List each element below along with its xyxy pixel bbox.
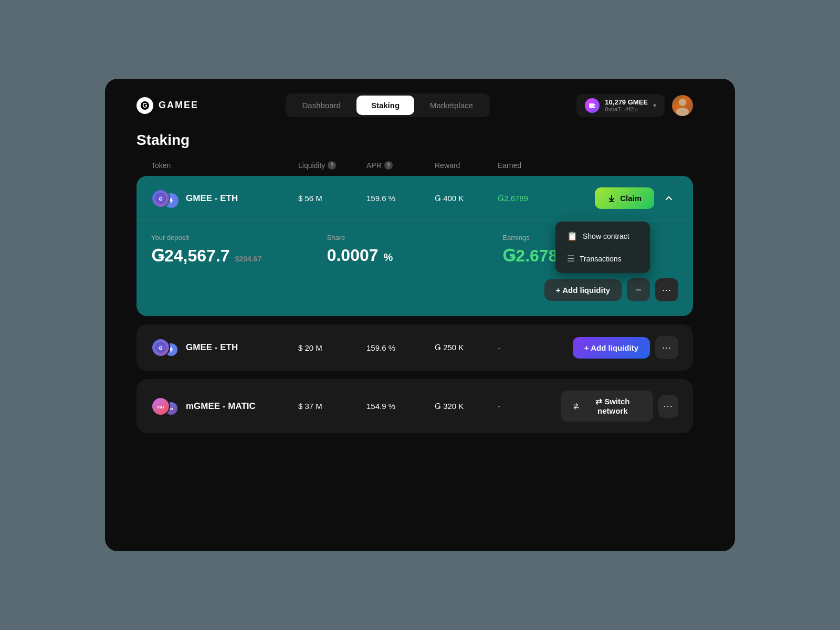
deposit-main: Ǥ24,567.7 $204.67	[151, 246, 327, 266]
row-main-gmee-eth-2: G GMEE - ETH $ 20 M	[136, 324, 693, 371]
token-name-gmee-eth-1: GMEE - ETH	[186, 193, 238, 204]
more-icon-3: ···	[664, 401, 673, 412]
header-right: 10,279 GMEE 0xbaT...4f2ju ▾	[576, 94, 693, 117]
apr-value-2: 159.6 %	[366, 343, 435, 352]
svg-text:mG: mG	[157, 405, 164, 410]
dropdown-transactions[interactable]: ☰ Transactions	[559, 247, 647, 270]
switch-network-button[interactable]: ⇄ Switch network	[561, 391, 653, 422]
main-content: Staking Token Liquidity ? APR ? Reward E…	[105, 132, 735, 433]
add-liquidity-label-1: + Add liquidity	[556, 286, 610, 295]
more-button-1[interactable]: ···	[655, 278, 678, 301]
staking-row-gmee-eth-1: G GMEE - ETH $ 56 M	[136, 176, 693, 316]
wallet-balance: 10,279 GMEE	[605, 98, 648, 106]
svg-rect-3	[589, 103, 594, 104]
minus-button-1[interactable]: −	[627, 278, 650, 301]
svg-text:G: G	[159, 196, 162, 202]
contract-icon: 📋	[567, 231, 578, 241]
reward-value-1: Ǥ 400 K	[435, 194, 498, 203]
dropdown-menu: 📋 Show contract ☰ Transactions	[555, 222, 650, 273]
collapse-button-1[interactable]	[659, 189, 678, 208]
tab-staking[interactable]: Staking	[356, 96, 414, 115]
avatar-image	[672, 95, 693, 116]
more-icon-2: ···	[662, 342, 671, 353]
svg-point-4	[594, 105, 595, 107]
cell-actions-2: + Add liquidity ···	[561, 336, 678, 359]
earned-value-1: Ǥ2.6789	[498, 194, 561, 203]
wallet-details: 10,279 GMEE 0xbaT...4f2ju	[605, 98, 648, 112]
liquidity-value-3: $ 37 M	[298, 402, 366, 411]
more-button-3[interactable]: ···	[658, 395, 678, 418]
staking-row-gmee-eth-2: G GMEE - ETH $ 20 M	[136, 324, 693, 371]
row-main-mgmee-matic: mG ∞ mGMEE - MATIC $ 37 M	[136, 379, 693, 433]
expanded-actions: + Add liquidity − 📋 Show contract ☰ Tran…	[151, 278, 678, 301]
svg-point-5	[679, 99, 686, 106]
svg-text:G: G	[159, 345, 162, 351]
svg-text:G: G	[142, 102, 147, 109]
token-info-gmee-eth-2: G GMEE - ETH	[151, 338, 298, 357]
gmee-icon-2: G	[151, 338, 170, 357]
transactions-icon: ☰	[567, 254, 574, 264]
reward-value-2: Ǥ 250 K	[435, 343, 498, 352]
liquidity-value-1: $ 56 M	[298, 194, 366, 203]
share-main: 0.0007 %	[327, 246, 503, 265]
staking-row-mgmee-matic: mG ∞ mGMEE - MATIC $ 37 M	[136, 379, 693, 433]
token-icons-gmee-eth-1: G	[151, 189, 178, 208]
app-container: G GAMEE Dashboard Staking Marketplace	[105, 79, 735, 551]
nav-tabs: Dashboard Staking Marketplace	[286, 93, 490, 117]
logo-icon: G	[136, 97, 153, 114]
dropdown-show-contract[interactable]: 📋 Show contract	[559, 225, 647, 247]
col-actions	[561, 161, 678, 170]
token-icons-gmee-eth-2: G	[151, 338, 178, 357]
token-icons-mgmee-matic: mG ∞	[151, 397, 178, 416]
add-liquidity-button-2[interactable]: + Add liquidity	[573, 337, 650, 359]
apr-info-icon[interactable]: ?	[384, 161, 393, 170]
tab-dashboard[interactable]: Dashboard	[288, 96, 355, 115]
row-main-gmee-eth-1: G GMEE - ETH $ 56 M	[136, 176, 693, 220]
transactions-label: Transactions	[580, 255, 622, 263]
earned-value-3: -	[498, 402, 561, 411]
apr-value-3: 154.9 %	[366, 402, 435, 411]
col-earned: Earned	[498, 161, 561, 170]
avatar[interactable]	[672, 95, 693, 116]
share-unit: %	[384, 251, 393, 264]
deposit-sub: $204.67	[235, 255, 262, 263]
deposit-item: Your deposit Ǥ24,567.7 $204.67	[151, 234, 327, 266]
col-reward: Reward	[435, 161, 498, 170]
earned-value-2: -	[498, 343, 561, 352]
token-name-mgmee-matic: mGMEE - MATIC	[186, 401, 256, 412]
add-liquidity-label-2: + Add liquidity	[584, 343, 638, 352]
mgmee-icon: mG	[151, 397, 170, 416]
wallet-info[interactable]: 10,279 GMEE 0xbaT...4f2ju ▾	[576, 94, 665, 117]
svg-point-6	[676, 108, 689, 116]
reward-value-3: Ǥ 320 K	[435, 402, 498, 411]
token-info-gmee-eth-1: G GMEE - ETH	[151, 189, 298, 208]
svg-rect-12	[609, 201, 614, 202]
gmee-icon-1: G	[151, 189, 170, 208]
cell-actions-3: ⇄ Switch network ···	[561, 391, 678, 422]
token-name-gmee-eth-2: GMEE - ETH	[186, 342, 238, 353]
logo: G GAMEE	[136, 97, 198, 114]
header: G GAMEE Dashboard Staking Marketplace	[105, 79, 735, 132]
col-liquidity: Liquidity ?	[298, 161, 366, 170]
share-item: Share 0.0007 %	[327, 234, 503, 266]
page-title: Staking	[136, 132, 693, 149]
claim-button[interactable]: Claim	[595, 187, 654, 209]
logo-name: GAMEE	[159, 100, 198, 111]
col-token: Token	[151, 161, 298, 170]
liquidity-info-icon[interactable]: ?	[328, 161, 336, 170]
more-icon-1: ···	[662, 285, 671, 296]
wallet-address: 0xbaT...4f2ju	[605, 106, 648, 112]
deposit-label: Your deposit	[151, 234, 327, 242]
cell-actions-1: Claim	[561, 187, 678, 209]
add-liquidity-button-1[interactable]: + Add liquidity	[544, 279, 622, 301]
more-button-2[interactable]: ···	[655, 336, 678, 359]
token-info-mgmee-matic: mG ∞ mGMEE - MATIC	[151, 397, 298, 416]
col-apr: APR ?	[366, 161, 435, 170]
share-label: Share	[327, 234, 503, 242]
apr-value-1: 159.6 %	[366, 194, 435, 203]
claim-label: Claim	[620, 194, 642, 203]
show-contract-label: Show contract	[583, 232, 629, 240]
minus-icon: −	[635, 284, 642, 296]
wallet-icon	[585, 98, 600, 113]
tab-marketplace[interactable]: Marketplace	[415, 96, 488, 115]
